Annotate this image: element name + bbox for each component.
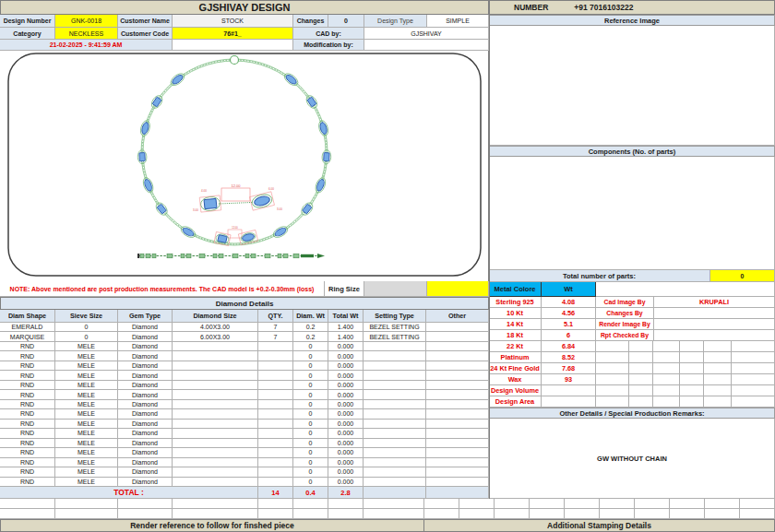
cell-setting-type[interactable] xyxy=(364,409,426,419)
design-type-value[interactable]: SIMPLE xyxy=(427,15,489,28)
cell-diamond-size[interactable] xyxy=(173,420,258,429)
cell-gem-type[interactable]: Diamond xyxy=(118,467,173,477)
cell-diamond-size[interactable]: 6.00X3.00 xyxy=(173,332,258,341)
cell-diamond-size[interactable] xyxy=(173,448,258,457)
cell-diamond-size[interactable] xyxy=(173,467,258,477)
cell-total-wt[interactable]: 0.000 xyxy=(328,361,364,371)
cell-other[interactable] xyxy=(426,448,489,457)
cell-sieve-size[interactable]: MELE xyxy=(55,448,118,457)
grid-cell[interactable] xyxy=(596,341,629,352)
grid-cell[interactable] xyxy=(704,352,732,363)
spare-cell[interactable] xyxy=(495,509,530,519)
cell-total-wt[interactable]: 0.000 xyxy=(328,381,364,390)
cell-gem-type[interactable]: Diamond xyxy=(118,332,173,341)
cell-qty[interactable] xyxy=(258,467,293,477)
cell-qty[interactable] xyxy=(258,390,293,399)
credit-value[interactable]: KRUPALI xyxy=(654,297,775,308)
cell-diam-wt[interactable]: 0 xyxy=(293,439,328,448)
cell-sieve-size[interactable]: MELE xyxy=(55,342,118,351)
cell-diam-shape[interactable]: MARQUISE xyxy=(0,332,55,341)
metal-weight[interactable]: 8.52 xyxy=(542,352,596,363)
spare-cell[interactable] xyxy=(740,499,775,509)
cell-diam-wt[interactable]: 0 xyxy=(293,351,328,361)
cell-total-wt[interactable]: 0.000 xyxy=(328,400,364,409)
cell-diam-wt[interactable]: 0 xyxy=(293,390,328,399)
grid-cell[interactable] xyxy=(732,396,775,408)
spare-cell[interactable] xyxy=(173,499,258,509)
grid-cell[interactable] xyxy=(629,341,653,352)
spare-cell[interactable] xyxy=(530,509,565,519)
cell-diam-wt[interactable]: 0.2 xyxy=(293,323,328,332)
customer-code-value[interactable]: 76#1_ xyxy=(173,28,293,40)
metal-name[interactable]: Design Area xyxy=(489,396,542,408)
cell-diam-wt[interactable]: 0 xyxy=(293,458,328,467)
cell-setting-type[interactable]: BEZEL SETTING xyxy=(364,332,426,341)
spare-cell[interactable] xyxy=(600,509,635,519)
cell-other[interactable] xyxy=(426,429,489,438)
cell-other[interactable] xyxy=(426,409,489,419)
cell-sieve-size[interactable]: MELE xyxy=(55,351,118,361)
metal-weight[interactable]: 6 xyxy=(542,330,596,341)
cell-total-wt[interactable]: 0.000 xyxy=(328,448,364,457)
cell-diam-shape[interactable]: RND xyxy=(0,390,55,399)
cell-other[interactable] xyxy=(426,361,489,371)
metal-weight[interactable]: 7.68 xyxy=(542,363,596,374)
grid-cell[interactable] xyxy=(704,363,732,374)
grid-cell[interactable] xyxy=(732,352,775,363)
metal-name[interactable]: 14 Kt xyxy=(489,319,542,330)
cell-qty[interactable] xyxy=(258,381,293,390)
cell-diam-shape[interactable]: RND xyxy=(0,448,55,457)
cell-total-wt[interactable]: 0.000 xyxy=(328,429,364,438)
cell-diam-wt[interactable]: 0 xyxy=(293,478,328,487)
grid-cell[interactable] xyxy=(629,363,653,374)
cell-gem-type[interactable]: Diamond xyxy=(118,400,173,409)
cell-diam-shape[interactable]: RND xyxy=(0,342,55,351)
grid-cell[interactable] xyxy=(680,341,704,352)
spare-cell[interactable] xyxy=(705,499,740,509)
grid-cell[interactable] xyxy=(653,374,680,385)
grid-cell[interactable] xyxy=(629,352,653,363)
cell-sieve-size[interactable]: MELE xyxy=(55,400,118,409)
cell-gem-type[interactable]: Diamond xyxy=(118,361,173,371)
spare-cell[interactable] xyxy=(670,509,705,519)
cell-total-wt[interactable]: 0.000 xyxy=(328,371,364,380)
cell-diamond-size[interactable]: 4.00X3.00 xyxy=(173,323,258,332)
cell-gem-type[interactable]: Diamond xyxy=(118,342,173,351)
cell-sieve-size[interactable]: MELE xyxy=(55,420,118,429)
cell-sieve-size[interactable]: MELE xyxy=(55,429,118,438)
cell-diam-shape[interactable]: RND xyxy=(0,361,55,371)
grid-cell[interactable] xyxy=(680,352,704,363)
cell-sieve-size[interactable]: MELE xyxy=(55,409,118,419)
cell-sieve-size[interactable]: MELE xyxy=(55,439,118,448)
cell-other[interactable] xyxy=(426,371,489,380)
cell-diam-shape[interactable]: RND xyxy=(0,478,55,487)
cell-gem-type[interactable]: Diamond xyxy=(118,390,173,399)
grid-cell[interactable] xyxy=(732,363,775,374)
cell-other[interactable] xyxy=(426,342,489,351)
cell-diam-shape[interactable]: RND xyxy=(0,381,55,390)
cell-qty[interactable] xyxy=(258,371,293,380)
cell-gem-type[interactable]: Diamond xyxy=(118,371,173,380)
cell-setting-type[interactable] xyxy=(364,342,426,351)
metal-weight[interactable] xyxy=(542,385,596,396)
cell-diam-shape[interactable]: RND xyxy=(0,371,55,380)
cell-diam-wt[interactable]: 0 xyxy=(293,409,328,419)
cell-gem-type[interactable]: Diamond xyxy=(118,351,173,361)
spare-cell[interactable] xyxy=(364,509,424,519)
cell-diamond-size[interactable] xyxy=(173,458,258,467)
spare-cell[interactable] xyxy=(328,499,364,509)
metal-weight[interactable]: 4.56 xyxy=(542,308,596,319)
cell-sieve-size[interactable]: MELE xyxy=(55,478,118,487)
spare-cell[interactable] xyxy=(328,509,364,519)
cell-setting-type[interactable] xyxy=(364,439,426,448)
cell-total-wt[interactable]: 0.000 xyxy=(328,420,364,429)
cell-qty[interactable] xyxy=(258,429,293,438)
cell-diam-wt[interactable]: 0 xyxy=(293,381,328,390)
cell-total-wt[interactable]: 1.400 xyxy=(328,323,364,332)
spare-cell[interactable] xyxy=(424,509,459,519)
spare-cell[interactable] xyxy=(459,509,495,519)
cell-diam-shape[interactable]: RND xyxy=(0,429,55,438)
cell-setting-type[interactable] xyxy=(364,448,426,457)
metal-name[interactable]: 18 Kt xyxy=(489,330,542,341)
cell-diamond-size[interactable] xyxy=(173,381,258,390)
